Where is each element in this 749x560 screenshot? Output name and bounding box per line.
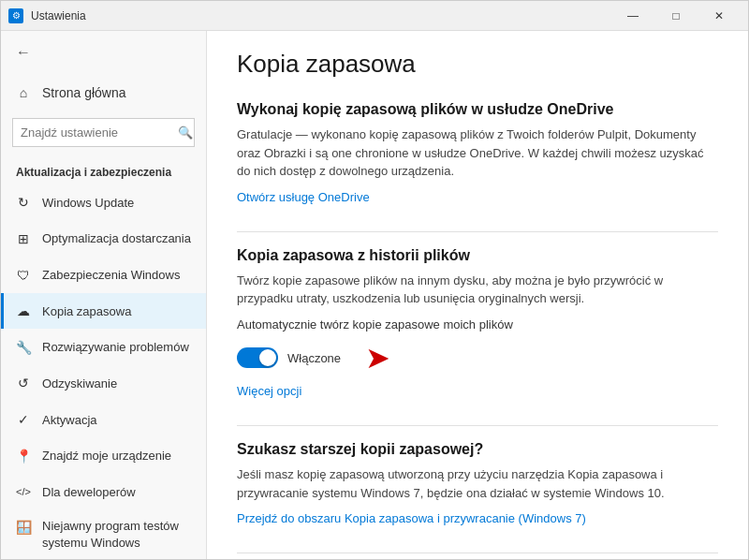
znajdz-icon: 📍 [16,449,31,464]
sidebar-item-odzyskiwanie[interactable]: ↺ Odzyskiwanie [1,365,206,402]
divider-3 [237,553,718,553]
app-icon: ⚙ [8,8,23,23]
historia-link[interactable]: Więcej opcji [237,384,301,398]
sidebar-item-label: Odzyskiwanie [42,376,117,391]
onedrive-link[interactable]: Otwórz usługę OneDrive [237,190,370,204]
windows-update-icon: ↻ [16,195,31,210]
home-label: Strona główna [42,85,126,100]
historia-body: Twórz kopie zapasowe plików na innym dys… [237,272,718,308]
odzyskiwanie-icon: ↺ [16,376,31,391]
sidebar-item-zabezpieczenia[interactable]: 🛡 Zabezpieczenia Windows [1,257,206,293]
sidebar-item-label: Zabezpieczenia Windows [42,268,180,282]
settings-window: ⚙ Ustawienia — □ ✕ ← ⌂ Strona główna 🔍 A… [0,0,749,560]
search-box[interactable]: 🔍 [12,118,195,147]
sidebar-item-label: Rozwiązywanie problemów [42,340,189,354]
sidebar-item-label: Kopia zapasowa [42,304,131,318]
section-onedrive: Wykonaj kopię zapasową plików w usłudze … [237,101,718,205]
stara-link[interactable]: Przejdź do obszaru Kopia zapasowa i przy… [237,511,586,525]
search-input[interactable] [21,125,178,140]
section-historia: Kopia zapasowa z historii plików Twórz k… [237,247,718,400]
sidebar-item-rozwiazywanie[interactable]: 🔧 Rozwiązywanie problemów [1,329,206,365]
sidebar-section-title: Aktualizacja i zabezpieczenia [1,155,206,184]
sidebar-item-kopia[interactable]: ☁ Kopia zapasowa [1,293,206,330]
onedrive-body: Gratulacje — wykonano kopię zapasową pli… [237,125,718,181]
red-arrow-icon: ➤ [365,343,390,373]
toggle-row: Włączone ➤ [237,343,718,373]
sidebar-item-home[interactable]: ⌂ Strona główna [1,74,206,111]
sidebar-item-znajdz[interactable]: 📍 Znajdź moje urządzenie [1,437,206,474]
section-stara: Szukasz starszej kopii zapasowej? Jeśli … [237,441,718,526]
sidebar-item-optymalizacja[interactable]: ⊞ Optymalizacja dostarczania [1,221,206,258]
niejawny-icon: 🪟 [16,520,31,535]
stara-body: Jeśli masz kopię zapasową utworzoną przy… [237,465,718,502]
sidebar-item-label: Dla deweloperów [42,485,136,499]
backup-toggle[interactable] [237,347,278,368]
page-title: Kopia zapasowa [237,50,718,79]
toggle-state-label: Włączone [287,351,341,365]
back-button[interactable]: ← [1,31,206,74]
titlebar: ⚙ Ustawienia — □ ✕ [1,1,748,31]
sidebar-item-deweloperzy[interactable]: </> Dla deweloperów [1,474,206,510]
sidebar: ← ⌂ Strona główna 🔍 Aktualizacja i zabez… [1,31,207,559]
home-icon: ⌂ [16,85,31,100]
sidebar-item-windows-update[interactable]: ↻ Windows Update [1,184,206,221]
aktywacja-icon: ✓ [16,412,31,427]
zabezpieczenia-icon: 🛡 [16,268,31,283]
search-icon[interactable]: 🔍 [178,125,193,140]
content-area: Kopia zapasowa Wykonaj kopię zapasową pl… [207,31,748,559]
rozwiazywanie-icon: 🔧 [16,340,31,355]
sidebar-item-label: Aktywacja [42,413,97,427]
sidebar-item-label: Znajdź moje urządzenie [42,449,171,463]
sidebar-item-label: Optymalizacja dostarczania [42,231,191,245]
toggle-description: Automatycznie twórz kopie zapasowe moich… [237,316,718,334]
sidebar-item-label: Windows Update [42,196,134,210]
sidebar-item-aktywacja[interactable]: ✓ Aktywacja [1,402,206,438]
divider-2 [237,425,718,426]
back-arrow-icon: ← [16,44,31,61]
onedrive-title: Wykonaj kopię zapasową plików w usłudze … [237,101,718,118]
historia-title: Kopia zapasowa z historii plików [237,247,718,264]
kopia-icon: ☁ [16,303,31,318]
divider-1 [237,231,718,232]
window-controls: — □ ✕ [611,1,741,31]
optymalizacja-icon: ⊞ [16,231,31,246]
deweloperzy-icon: </> [16,484,31,499]
window-title: Ustawienia [31,9,611,22]
sidebar-item-niejawny[interactable]: 🪟 Niejawny program testów systemu Window… [1,510,206,559]
maximize-button[interactable]: □ [654,1,698,31]
minimize-button[interactable]: — [611,1,654,31]
close-button[interactable]: ✕ [698,1,741,31]
sidebar-item-label: Niejawny program testów systemu Windows [42,518,191,552]
main-layout: ← ⌂ Strona główna 🔍 Aktualizacja i zabez… [1,31,748,559]
stara-title: Szukasz starszej kopii zapasowej? [237,441,718,458]
